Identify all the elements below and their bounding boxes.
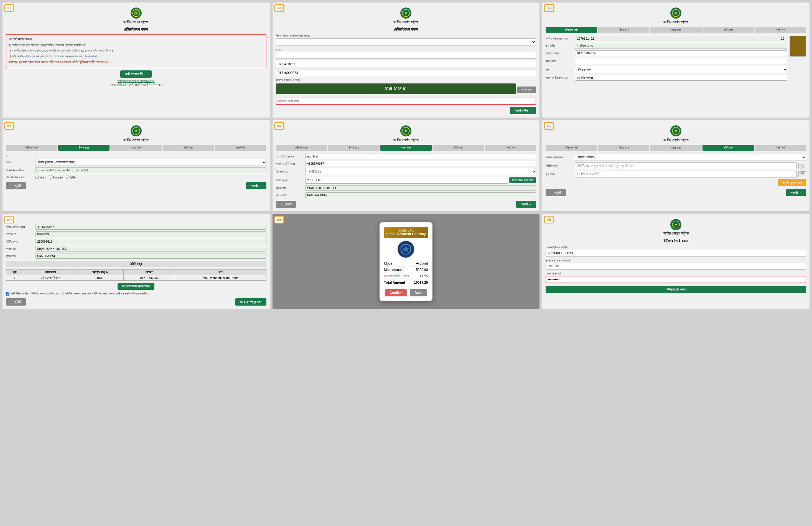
panel-step-9: ০৯ জাতীয় পেনশন কর্তৃপক্ষ ইউজার তৈরি করু… <box>542 214 810 309</box>
radio-monthly[interactable] <box>35 175 39 179</box>
tab4-nominee[interactable]: নমিনি তথ্য <box>163 145 214 151</box>
dob-input[interactable] <box>276 61 536 67</box>
add-btn-6[interactable]: + এটি যুক্ত করুন <box>778 179 806 186</box>
scheme-select[interactable] <box>276 38 536 45</box>
col-mobile: মোবাইল <box>124 270 175 275</box>
nominee-type-select[interactable]: আইনি প্রতিনিধি <box>575 154 806 161</box>
profession-select[interactable]: নির্বাচন করুন <box>575 66 787 73</box>
password-input[interactable] <box>546 263 806 270</box>
tab5-nominee[interactable]: নমিনি তথ্য <box>433 145 484 151</box>
step-badge-3: ০৩ <box>544 4 554 12</box>
nominee-mobile: 01712737955 <box>124 275 175 281</box>
step-badge-9: ০৯ <box>544 216 554 224</box>
tab5-personal[interactable]: ব্যক্তিগত তথ্য <box>276 145 328 151</box>
captcha-input[interactable] <box>276 98 536 105</box>
svg-point-10 <box>405 130 407 132</box>
org-title-3: জাতীয় পেনশন কর্তৃপক্ষ <box>663 20 688 24</box>
tab-complete[interactable]: সম্পূর্ণ ফর্ম <box>755 27 806 33</box>
monthly-field-label: মাসিক চাঁদার পরিমাণ <box>6 169 33 172</box>
tab-scheme[interactable]: স্কিম তথ্য <box>598 27 650 33</box>
bank-branch-row: ব্যাংক শাখা PANTHA PATH <box>276 193 536 198</box>
back-btn-5[interactable]: ← পূর্ববর্তী <box>276 201 296 208</box>
nominee-date-row: জন্ম তারিখ 📅 <box>546 171 806 177</box>
step-badge-2: ০২ <box>274 4 284 12</box>
bank-acc-value: 4325676987 <box>305 161 536 166</box>
next-btn-5[interactable]: পরবর্তী → <box>516 201 536 208</box>
submit-btn-7[interactable]: সম্পূর্ণ আবেদনটি চূড়ান্ত করুন <box>118 283 155 290</box>
income-field-label: বার্ষিক আয় <box>546 59 573 63</box>
tab-personal[interactable]: ব্যক্তিগত তথ্য <box>546 27 597 33</box>
routing-verify-btn[interactable]: রাউটিং নম্বর যাচাই করুন <box>509 177 536 183</box>
step-badge-7: ০৭ <box>4 216 14 224</box>
bank-acc-label: ব্যাংক একাউন্ট নম্বর <box>276 162 304 166</box>
next-btn-2[interactable]: পরবর্তী স্টেপ → <box>510 107 536 114</box>
confirm-password-input[interactable] <box>546 276 806 283</box>
mobile-input[interactable] <box>276 70 536 76</box>
name-field-label: আবেদনকারীর বাংলা নাম <box>546 76 573 80</box>
login-link[interactable]: আপনার ইতিমধ্যে একটি একাউন্ট আছে? লগ ইন ক… <box>6 83 266 86</box>
nominee-date-input[interactable] <box>575 171 797 177</box>
create-user-btn[interactable]: ইউজার তৈরি করুন <box>546 286 806 293</box>
back-btn-8[interactable]: Back <box>410 289 427 296</box>
back-btn-7[interactable]: ← পূর্ববর্তী <box>6 298 26 305</box>
register-link[interactable]: নিবন্ধিত/নিবন্ধনযোগ্য বিস্তারিত দেখুন <box>6 79 266 83</box>
tab6-personal[interactable]: ব্যক্তিগত তথ্য <box>546 145 597 151</box>
main-amount-row: Main Amount 15000.00 <box>384 267 428 273</box>
application-btn-7[interactable]: আবেদন সম্পন্ন করুন <box>235 298 266 305</box>
mode-label: Mode <box>384 261 392 265</box>
tab5-bank[interactable]: ব্যাংক তথ্য <box>380 145 432 151</box>
p7-branch-value: PANTHA PATH <box>35 253 266 259</box>
payment-radio-group: মাসিক ত্রৈমাসিক বার্ষিক <box>35 175 76 180</box>
tab6-scheme[interactable]: স্কিম তথ্য <box>598 145 650 151</box>
next-btn-6[interactable]: পরবর্তী → <box>786 189 806 196</box>
nav-5: ← পূর্ববর্তী পরবর্তী → <box>276 201 536 208</box>
section-title-1: রেজিস্ট্রেশন করুন <box>6 27 266 32</box>
tab5-scheme[interactable]: স্কিম তথ্য <box>328 145 379 151</box>
tab6-bank[interactable]: ব্যাংক তথ্য <box>650 145 702 151</box>
next-btn-4[interactable]: পরবর্তী → <box>246 182 266 189</box>
user-id-input[interactable] <box>546 250 806 256</box>
nav-6: ← পূর্ববর্তী পরবর্তী → <box>546 189 806 196</box>
p7-acc-label: ব্যাংক একাউন্ট নম্বর <box>6 225 33 229</box>
tab-nominee[interactable]: নমিনি তথ্য <box>702 27 754 33</box>
tab5-complete[interactable]: সম্পূর্ণ ফর্ম <box>485 145 536 151</box>
tab6-complete[interactable]: সম্পূর্ণ ফর্ম <box>755 145 806 151</box>
tab-bank[interactable]: ব্যাংক তথ্য <box>650 27 702 33</box>
tab4-bank[interactable]: ব্যাংক তথ্য <box>110 145 162 151</box>
panel-header-3: জাতীয় পেনশন কর্তৃপক্ষ <box>546 6 806 24</box>
radio-yearly[interactable] <box>66 175 70 179</box>
nid-input[interactable] <box>276 52 536 58</box>
reference-input[interactable] <box>575 162 797 169</box>
p7-bank-row: ব্যাংক নাম SBAC BANK LIMITED <box>6 246 266 252</box>
scheme-field-row: স্কিম স্কিম (প্রবাস ও অন্যান্যদের জন্য) <box>6 159 266 166</box>
agreement-checkbox[interactable] <box>6 292 10 296</box>
panel-step-5: ০৫ জাতীয় পেনশন কর্তৃপক্ষ ব্যক্তিগত তথ্য… <box>272 120 540 212</box>
step-badge-4: ০৪ <box>4 122 14 130</box>
income-input[interactable] <box>575 58 787 64</box>
payment-type-row: চাঁদা পরিশোধের ধরন মাসিক ত্রৈমাসিক বার্ষ… <box>6 175 266 180</box>
payment-logo <box>397 241 414 258</box>
acc-type-select[interactable]: সঞ্চয়ী হিসাব <box>305 168 536 175</box>
calendar-icon[interactable]: 📅 <box>798 171 806 177</box>
captcha-refresh-btn[interactable]: পুনরায় লোড <box>517 86 536 93</box>
confirm-btn-8[interactable]: Confirm <box>385 289 407 296</box>
logo-4 <box>131 125 142 137</box>
scheme-field-label: স্কিম <box>6 160 33 164</box>
back-btn-4[interactable]: ← পূর্ববর্তী <box>6 182 26 189</box>
agree-button[interactable]: আমি মতামত দিই → <box>120 70 151 77</box>
radio-quarterly[interactable] <box>49 175 53 179</box>
tab4-personal[interactable]: ব্যক্তিগত তথ্য <box>6 145 57 151</box>
tab4-complete[interactable]: সম্পূর্ণ ফর্ম <box>215 145 266 151</box>
main-amount-label: Main Amount <box>384 268 403 272</box>
bank-name-label: ব্যাংক হিসেবের নাম <box>276 155 304 158</box>
nid-label: ৬৪১১ <box>276 48 536 51</box>
mobile-field-value: 01716909074 <box>575 51 787 56</box>
panel-step-3: ০৩ জাতীয় পেনশন কর্তৃপক্ষ ব্যক্তিগত তথ্য… <box>542 2 810 118</box>
back-btn-6[interactable]: ← পূর্ববর্তী <box>546 189 566 196</box>
nid-group: ৬৪১১ <box>276 48 536 58</box>
tab6-nominee[interactable]: নমিনি তথ্য <box>702 145 754 151</box>
tab4-scheme[interactable]: স্কিম তথ্য <box>58 145 110 151</box>
routing-input[interactable] <box>305 177 508 184</box>
search-icon-btn[interactable]: 🔍 <box>798 163 806 169</box>
scheme-field-select[interactable]: স্কিম (প্রবাস ও অন্যান্যদের জন্য) <box>35 159 266 166</box>
